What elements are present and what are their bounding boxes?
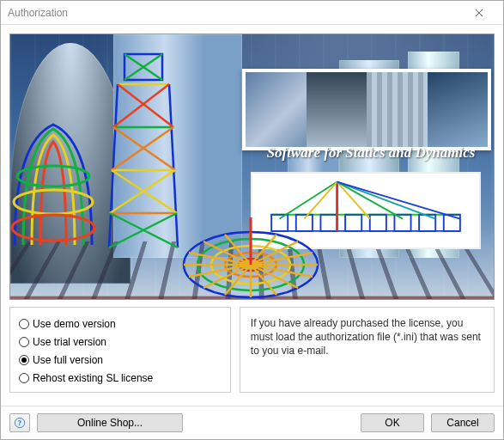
radio-icon: [19, 337, 29, 347]
svg-line-18: [337, 182, 460, 219]
help-icon: ?: [14, 417, 26, 429]
footer-bar: ? Online Shop... OK Cancel: [1, 406, 503, 439]
version-options-group: Use demo version Use trial version Use f…: [9, 307, 231, 393]
svg-line-16: [337, 182, 403, 219]
banner-photo-strip: [242, 69, 491, 150]
button-label: OK: [385, 417, 399, 429]
help-button[interactable]: ?: [9, 413, 30, 432]
svg-rect-7: [345, 215, 361, 231]
button-label: Online Shop...: [77, 417, 143, 429]
banner-tagline: Software for Statics and Dynamics: [242, 144, 495, 162]
radio-label: Rehost existing SL license: [33, 372, 153, 384]
radio-icon: [19, 355, 29, 365]
radio-rehost-sl-license[interactable]: Rehost existing SL license: [19, 369, 222, 387]
description-text: If you have already purchased the licens…: [251, 317, 481, 357]
radio-icon: [19, 373, 29, 383]
ok-button[interactable]: OK: [361, 413, 424, 432]
svg-line-31: [118, 84, 173, 127]
radio-icon: [19, 319, 29, 329]
cancel-button[interactable]: Cancel: [431, 413, 495, 432]
authorization-dialog: Authorization Software for Statics and D…: [0, 0, 504, 440]
radio-label: Use demo version: [33, 318, 116, 330]
radio-label: Use trial version: [33, 336, 106, 348]
titlebar: Authorization: [1, 1, 503, 25]
banner-wheel-graphic: [178, 213, 324, 300]
svg-line-32: [113, 84, 169, 127]
svg-line-17: [337, 182, 436, 219]
close-icon: [475, 9, 483, 17]
window-title: Authorization: [8, 7, 462, 19]
radio-use-demo-version[interactable]: Use demo version: [19, 315, 222, 333]
svg-text:?: ?: [18, 419, 21, 427]
radio-use-trial-version[interactable]: Use trial version: [19, 333, 222, 351]
button-label: Cancel: [446, 417, 478, 429]
close-button[interactable]: [462, 3, 496, 22]
radio-use-full-version[interactable]: Use full version: [19, 351, 222, 369]
options-row: Use demo version Use trial version Use f…: [9, 307, 495, 393]
radio-label: Use full version: [33, 354, 103, 366]
svg-rect-8: [370, 215, 386, 231]
svg-rect-9: [394, 215, 410, 231]
banner-dome-graphic: [9, 116, 100, 254]
online-shop-button[interactable]: Online Shop...: [37, 413, 183, 432]
banner-image: Software for Statics and Dynamics: [9, 34, 495, 300]
description-panel: If you have already purchased the licens…: [240, 307, 495, 393]
content-area: Software for Statics and Dynamics: [1, 25, 503, 406]
